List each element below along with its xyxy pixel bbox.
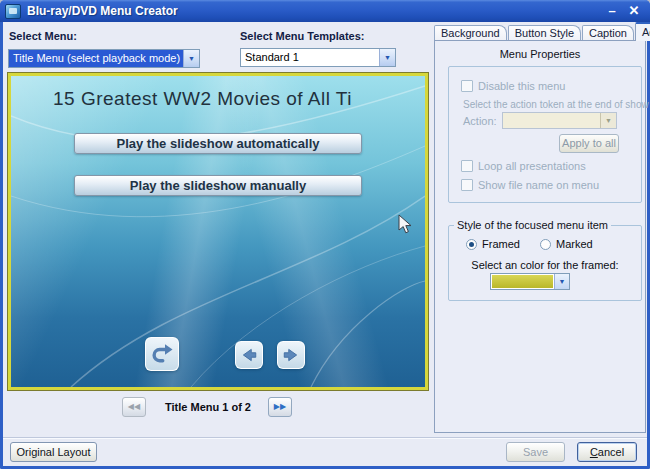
menu-select-value: Title Menu (select playback mode) <box>9 50 183 67</box>
minimize-button[interactable]: – <box>601 1 623 21</box>
next-arrow-button[interactable] <box>277 341 305 369</box>
save-button[interactable]: Save <box>506 442 565 462</box>
preview-button-manual[interactable]: Play the slideshow manually <box>74 175 362 196</box>
menu-properties-group: Disable this menu Select the action toke… <box>448 66 642 203</box>
color-swatch <box>492 275 553 288</box>
disable-menu-label: Disable this menu <box>478 80 565 92</box>
framed-radio[interactable] <box>466 239 477 250</box>
action-select-value <box>503 113 600 128</box>
tab-caption[interactable]: Caption <box>582 25 634 41</box>
menu-select[interactable]: Title Menu (select playback mode) ▼ <box>8 49 200 68</box>
close-button[interactable]: ✕ <box>623 1 645 21</box>
marked-label: Marked <box>556 238 593 250</box>
footer-divider <box>3 437 647 439</box>
pager-prev-button[interactable]: ◀◀ <box>122 397 146 417</box>
apply-to-all-button[interactable]: Apply to all <box>559 134 619 153</box>
template-select-value: Standard 1 <box>241 49 379 66</box>
tab-advanced[interactable]: Advanced <box>635 22 650 41</box>
tab-page-advanced: Menu Properties Disable this menu Select… <box>434 40 646 433</box>
loop-presentations-checkbox[interactable] <box>461 160 473 172</box>
framed-label: Framed <box>482 238 520 250</box>
cancel-button[interactable]: Cancel <box>577 442 637 462</box>
menu-properties-header: Menu Properties <box>435 48 645 60</box>
loop-presentations-label: Loop all presentations <box>478 160 586 172</box>
chevron-down-icon[interactable]: ▼ <box>183 50 199 67</box>
frame-color-label: Select an color for the framed: <box>449 259 641 271</box>
focus-style-group: Style of the focused menu item Framed Ma… <box>448 225 642 301</box>
tab-background[interactable]: Background <box>434 25 507 41</box>
app-window: Blu-ray/DVD Menu Creator – ✕ Select Menu… <box>0 0 650 469</box>
tab-bar: Background Button Style Caption Advanced <box>434 24 650 41</box>
chevron-down-icon[interactable]: ▼ <box>554 274 569 289</box>
menu-title-text: 15 Greatest WW2 Movies of All Ti <box>53 88 352 110</box>
window-title: Blu-ray/DVD Menu Creator <box>27 4 601 18</box>
frame-color-select[interactable]: ▼ <box>490 273 570 290</box>
marked-radio[interactable] <box>540 239 551 250</box>
tab-button-style[interactable]: Button Style <box>508 25 581 41</box>
focus-style-legend: Style of the focused menu item <box>454 219 611 231</box>
loop-icon <box>150 342 174 366</box>
loop-button[interactable] <box>145 337 179 371</box>
left-arrow-icon <box>240 346 258 364</box>
show-filename-label: Show file name on menu <box>478 179 599 191</box>
prev-arrow-button[interactable] <box>235 341 263 369</box>
pager-next-button[interactable]: ▶▶ <box>268 397 292 417</box>
title-bar: Blu-ray/DVD Menu Creator – ✕ <box>0 0 650 22</box>
disable-menu-checkbox[interactable] <box>461 80 473 92</box>
action-hint-text: Select the action token at the end of sh… <box>463 99 649 110</box>
chevron-down-icon[interactable]: ▼ <box>379 49 395 66</box>
show-filename-checkbox[interactable] <box>461 179 473 191</box>
menu-preview: 15 Greatest WW2 Movies of All Ti Play th… <box>8 73 428 390</box>
right-arrow-icon <box>282 346 300 364</box>
app-icon <box>5 4 21 19</box>
preview-button-auto[interactable]: Play the slideshow automatically <box>74 133 362 154</box>
original-layout-button[interactable]: Original Layout <box>10 442 97 462</box>
action-label: Action: <box>463 115 497 127</box>
template-select[interactable]: Standard 1 ▼ <box>240 48 396 67</box>
select-templates-label: Select Menu Templates: <box>240 30 365 42</box>
action-select[interactable]: ▼ <box>502 112 617 129</box>
pager-label: Title Menu 1 of 2 <box>150 401 266 413</box>
chevron-down-icon: ▼ <box>600 113 616 128</box>
select-menu-label: Select Menu: <box>9 30 77 42</box>
mouse-cursor <box>398 214 412 235</box>
background-streaks <box>11 76 425 387</box>
